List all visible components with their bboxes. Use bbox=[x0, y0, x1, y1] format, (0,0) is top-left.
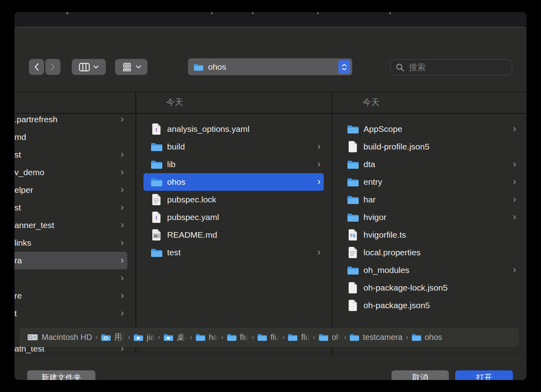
file-name: ra bbox=[14, 256, 121, 265]
group-button[interactable] bbox=[115, 59, 147, 75]
chevron-right-icon: › bbox=[317, 159, 324, 170]
path-item-label: flu bbox=[301, 333, 309, 342]
path-item-label: ohos bbox=[425, 333, 442, 342]
parent-window-titlebar bbox=[14, 12, 527, 27]
path-item[interactable]: flu bbox=[288, 333, 309, 342]
list-item[interactable]: ra› bbox=[14, 252, 127, 269]
breadcrumb-separator: › bbox=[344, 333, 346, 342]
file-name: re bbox=[14, 291, 121, 301]
file-icon bbox=[347, 141, 359, 152]
desktop-folder-icon bbox=[164, 333, 173, 341]
open-button[interactable]: 打开 bbox=[455, 370, 513, 380]
forward-button[interactable] bbox=[45, 59, 61, 75]
file-name: elper bbox=[14, 185, 121, 195]
titlebar-text-remnant bbox=[317, 12, 319, 14]
list-item[interactable]: !pubspec.yaml bbox=[143, 208, 324, 226]
file-list: !analysis_options.yamlbuild›lib›ohos›pub… bbox=[135, 115, 332, 354]
list-item[interactable]: local.properties bbox=[340, 244, 520, 261]
path-item[interactable]: flu bbox=[227, 333, 248, 342]
path-item-label: oh bbox=[332, 333, 341, 342]
location-stepper[interactable] bbox=[338, 60, 350, 74]
folder-icon bbox=[150, 248, 162, 257]
titlebar-text-remnant bbox=[67, 12, 68, 14]
list-item[interactable]: st› bbox=[14, 146, 127, 164]
list-item[interactable]: oh_modules› bbox=[340, 261, 520, 279]
chevron-down-icon bbox=[136, 65, 141, 69]
list-item[interactable]: har› bbox=[340, 191, 520, 208]
list-item[interactable]: elper› bbox=[14, 181, 127, 199]
file-name: local.properties bbox=[363, 248, 520, 257]
list-item[interactable]: pubspec.lock bbox=[143, 191, 324, 208]
list-item[interactable]: oh-package.json5 bbox=[340, 297, 520, 314]
cancel-button[interactable]: 取消 bbox=[392, 370, 449, 380]
list-item[interactable]: build-profile.json5 bbox=[340, 138, 520, 156]
path-item[interactable]: 用/ bbox=[101, 332, 125, 343]
list-item[interactable]: lib› bbox=[143, 156, 324, 173]
list-item[interactable]: M↓README.md bbox=[143, 226, 324, 244]
list-item[interactable]: entry› bbox=[340, 173, 520, 191]
list-item[interactable]: re› bbox=[14, 287, 127, 305]
chevron-right-icon: › bbox=[121, 167, 124, 178]
list-item[interactable]: dta› bbox=[340, 156, 520, 173]
folder-icon bbox=[347, 195, 359, 204]
path-item-label: 用/ bbox=[114, 332, 125, 343]
file-name: oh-package.json5 bbox=[363, 301, 520, 310]
path-item[interactable]: testcamera bbox=[349, 333, 402, 342]
list-item[interactable]: .partrefresh› bbox=[14, 111, 127, 128]
file-icon bbox=[347, 300, 359, 311]
path-item-label: Macintosh HD bbox=[42, 333, 92, 342]
folder-icon bbox=[257, 333, 267, 341]
location-dropdown[interactable]: ohos bbox=[188, 59, 352, 75]
new-folder-button[interactable]: 新建文件夹 bbox=[27, 370, 95, 380]
folder-icon bbox=[347, 125, 359, 134]
file-name: dta bbox=[363, 160, 513, 169]
list-item[interactable]: !analysis_options.yaml bbox=[143, 120, 324, 138]
titlebar-text-remnant bbox=[211, 12, 212, 14]
breadcrumb-separator: › bbox=[95, 333, 98, 342]
breadcrumb-separator: › bbox=[313, 333, 315, 342]
path-item[interactable]: Macintosh HD bbox=[27, 333, 92, 342]
chevron-right-icon: › bbox=[121, 220, 124, 231]
list-item[interactable]: t› bbox=[14, 305, 127, 322]
file-name: README.md bbox=[167, 230, 324, 240]
list-item[interactable]: st› bbox=[14, 199, 127, 216]
list-item[interactable]: › bbox=[14, 269, 127, 287]
breadcrumb-separator: › bbox=[128, 333, 130, 342]
folder-icon bbox=[150, 142, 162, 152]
path-item[interactable]: oh bbox=[319, 333, 341, 342]
list-item[interactable]: v_demo› bbox=[14, 164, 127, 181]
folder-icon bbox=[194, 63, 203, 71]
list-item[interactable]: md bbox=[14, 128, 127, 146]
file-list: AppScope›build-profile.json5dta›entry›ha… bbox=[332, 115, 527, 354]
users-folder-icon bbox=[101, 333, 111, 341]
path-item[interactable]: flu bbox=[257, 333, 279, 342]
chevron-down-icon bbox=[93, 65, 99, 69]
path-bar: Macintosh HD›用/›jia›桌i›ha›flu›flu›flu›oh… bbox=[19, 327, 519, 347]
chevron-right-icon: › bbox=[121, 185, 124, 196]
path-item[interactable]: jia bbox=[133, 333, 155, 342]
text-file-icon bbox=[150, 194, 162, 205]
list-item[interactable]: oh-package-lock.json5 bbox=[340, 279, 520, 297]
path-item[interactable]: ohos bbox=[412, 333, 442, 342]
view-mode-button[interactable] bbox=[72, 59, 106, 75]
path-item[interactable]: ha bbox=[196, 333, 218, 342]
list-item[interactable]: build› bbox=[143, 138, 324, 156]
search-field bbox=[390, 59, 512, 75]
list-item[interactable]: AppScope› bbox=[340, 120, 520, 138]
back-button[interactable] bbox=[29, 59, 44, 75]
file-name: st bbox=[14, 203, 121, 212]
yaml-file-icon: ! bbox=[150, 123, 162, 135]
chevron-right-icon: › bbox=[513, 159, 520, 170]
path-item[interactable]: 桌i bbox=[164, 332, 186, 343]
folder-icon bbox=[150, 160, 162, 169]
list-item[interactable]: links› bbox=[14, 234, 127, 252]
list-item[interactable]: test› bbox=[143, 244, 324, 261]
chevron-right-icon: › bbox=[121, 202, 124, 213]
list-item[interactable]: ohos› bbox=[143, 173, 324, 191]
chevron-right-icon: › bbox=[121, 114, 124, 125]
list-item[interactable]: TShvigorfile.ts bbox=[340, 226, 520, 244]
search-input[interactable] bbox=[408, 62, 512, 73]
list-item[interactable]: hvigor› bbox=[340, 208, 520, 226]
file-name: st bbox=[14, 150, 121, 160]
list-item[interactable]: anner_test› bbox=[14, 216, 127, 234]
